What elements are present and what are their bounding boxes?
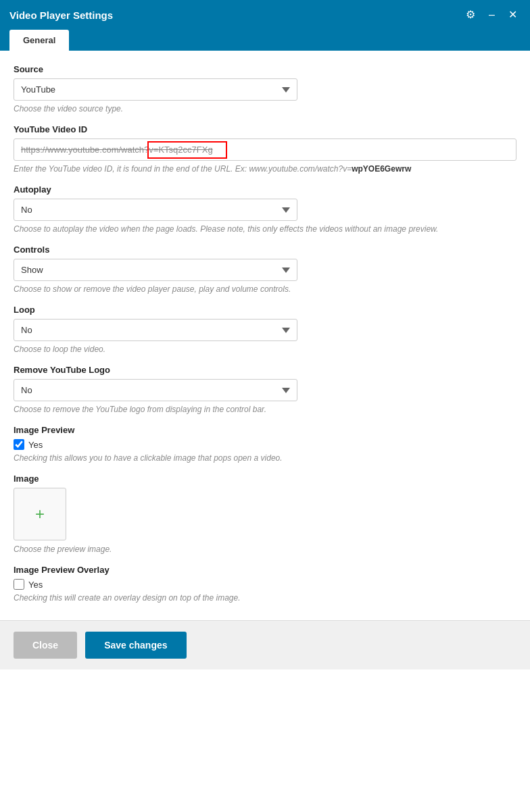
image-preview-overlay-label: Image Preview Overlay	[14, 565, 516, 575]
loop-group: Loop No Yes Choose to loop the video.	[14, 305, 516, 354]
plus-icon: +	[35, 506, 45, 522]
autoplay-group: Autoplay No Yes Choose to autoplay the v…	[14, 184, 516, 234]
minimize-button[interactable]: –	[485, 8, 498, 22]
tabs-bar: General	[0, 30, 530, 51]
image-hint: Choose the preview image.	[14, 544, 516, 554]
content-wrapper: Source YouTube Vimeo Self Hosted Choose …	[0, 51, 530, 620]
autoplay-label: Autoplay	[14, 184, 516, 195]
hint-bold: wpYOE6Gewrw	[352, 164, 411, 174]
controls-select[interactable]: Show Hide	[14, 259, 297, 281]
source-group: Source YouTube Vimeo Self Hosted Choose …	[14, 64, 516, 113]
hint-prefix: Enter the YouTube video ID, it is found …	[14, 164, 352, 174]
image-preview-checkbox-row: Yes	[14, 439, 516, 450]
controls-hint: Choose to show or remove the video playe…	[14, 284, 516, 294]
video-player-settings-window: Video Player Settings ⚙ – ✕ General Sour…	[0, 0, 530, 812]
youtube-video-id-input[interactable]	[14, 138, 516, 161]
image-preview-checkbox-label[interactable]: Yes	[28, 440, 43, 450]
youtube-video-id-label: YouTube Video ID	[14, 124, 516, 134]
source-select[interactable]: YouTube Vimeo Self Hosted	[14, 78, 297, 101]
window-title: Video Player Settings	[9, 9, 113, 21]
image-upload-box[interactable]: +	[14, 488, 66, 540]
close-window-button[interactable]: ✕	[505, 8, 521, 22]
close-button[interactable]: Close	[14, 632, 77, 659]
image-preview-label: Image Preview	[14, 425, 516, 435]
gear-button[interactable]: ⚙	[462, 8, 479, 22]
footer: Close Save changes	[0, 620, 530, 669]
image-preview-overlay-checkbox-label[interactable]: Yes	[28, 580, 43, 590]
controls-label: Controls	[14, 245, 516, 255]
image-label: Image	[14, 474, 516, 484]
image-preview-group: Image Preview Yes Checking this allows y…	[14, 425, 516, 463]
remove-logo-select[interactable]: No Yes	[14, 379, 297, 401]
autoplay-select[interactable]: No Yes	[14, 199, 297, 221]
title-bar-controls: ⚙ – ✕	[462, 8, 521, 22]
tab-general[interactable]: General	[9, 30, 69, 51]
image-preview-checkbox[interactable]	[14, 439, 24, 450]
title-bar: Video Player Settings ⚙ – ✕	[0, 0, 530, 30]
video-id-wrapper	[14, 138, 516, 161]
source-label: Source	[14, 64, 516, 74]
image-preview-overlay-checkbox-row: Yes	[14, 579, 516, 590]
image-preview-overlay-hint: Checking this will create an overlay des…	[14, 593, 516, 603]
save-button[interactable]: Save changes	[85, 632, 186, 659]
loop-hint: Choose to loop the video.	[14, 345, 516, 354]
youtube-video-id-group: YouTube Video ID Enter the YouTube video…	[14, 124, 516, 174]
controls-group: Controls Show Hide Choose to show or rem…	[14, 245, 516, 294]
remove-logo-hint: Choose to remove the YouTube logo from d…	[14, 405, 516, 414]
settings-content: Source YouTube Vimeo Self Hosted Choose …	[0, 51, 530, 620]
autoplay-hint: Choose to autoplay the video when the pa…	[14, 224, 516, 234]
remove-logo-label: Remove YouTube Logo	[14, 365, 516, 375]
image-preview-overlay-group: Image Preview Overlay Yes Checking this …	[14, 565, 516, 603]
image-preview-overlay-checkbox[interactable]	[14, 579, 24, 590]
loop-select[interactable]: No Yes	[14, 319, 297, 341]
source-hint: Choose the video source type.	[14, 104, 516, 113]
image-preview-hint: Checking this allows you to have a click…	[14, 453, 516, 463]
remove-logo-group: Remove YouTube Logo No Yes Choose to rem…	[14, 365, 516, 414]
youtube-video-id-hint: Enter the YouTube video ID, it is found …	[14, 164, 516, 174]
loop-label: Loop	[14, 305, 516, 315]
image-group: Image + Choose the preview image.	[14, 474, 516, 554]
